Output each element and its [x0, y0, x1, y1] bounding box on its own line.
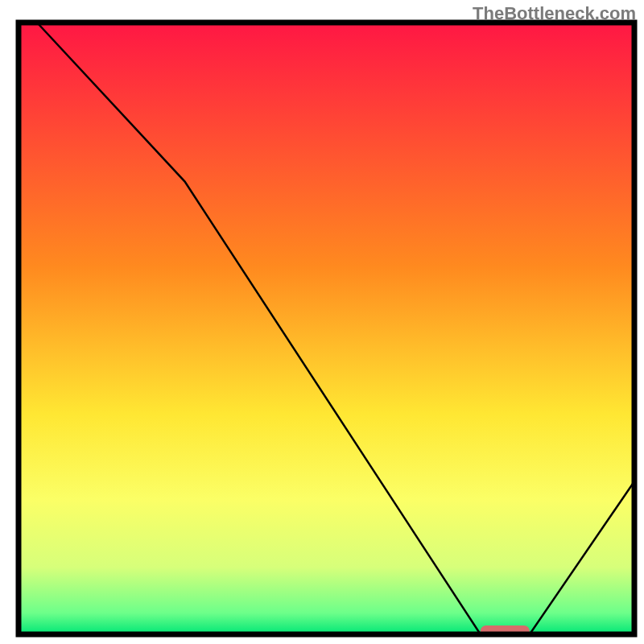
chart-svg — [0, 0, 644, 644]
attribution-label: TheBottleneck.com — [473, 3, 636, 24]
plot-background — [19, 23, 634, 634]
bottleneck-chart: TheBottleneck.com — [0, 0, 644, 644]
